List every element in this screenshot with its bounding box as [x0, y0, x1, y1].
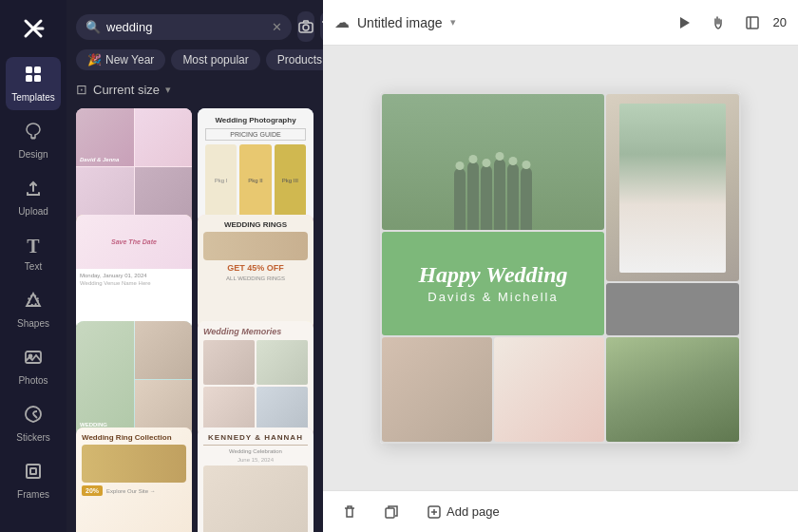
svg-rect-10 [27, 465, 40, 478]
svg-rect-15 [747, 17, 758, 28]
title-chevron-icon[interactable]: ▾ [450, 16, 456, 28]
sidebar-item-label-shapes: Shapes [17, 318, 49, 329]
sidebar-item-label-templates: Templates [11, 92, 55, 103]
chip-new-year-label: New Year [105, 53, 154, 66]
svg-rect-5 [31, 138, 35, 140]
svg-rect-4 [34, 75, 41, 82]
sidebar-item-label-design: Design [18, 149, 48, 160]
view-options-button[interactable] [739, 11, 766, 34]
search-input[interactable] [106, 20, 266, 34]
add-page-button[interactable]: Add page [418, 501, 509, 522]
sidebar-item-shapes[interactable]: Shapes [6, 283, 61, 336]
sidebar-item-templates[interactable]: Templates [6, 57, 61, 110]
templates-icon [24, 65, 43, 88]
document-title: Untitled image [357, 15, 443, 30]
templates-grid: David & Jenna Wedding Photography PRICIN… [66, 104, 323, 532]
sidebar-item-label-text: Text [25, 261, 42, 272]
app-logo [16, 11, 50, 46]
svg-point-13 [303, 25, 309, 30]
hand-tool-button[interactable] [705, 11, 732, 34]
happy-wedding-text: Happy Wedding [418, 262, 567, 288]
chip-most-popular[interactable]: Most popular [171, 49, 259, 70]
svg-marker-6 [27, 294, 40, 306]
template-card-2[interactable]: Wedding Photography PRICING GUIDE Pkg I … [198, 108, 314, 224]
svg-rect-1 [26, 66, 32, 73]
sidebar-item-frames[interactable]: Frames [6, 454, 61, 507]
photos-icon [24, 348, 43, 371]
sidebar-item-label-frames: Frames [17, 489, 49, 500]
chips-bar: 🎉 New Year Most popular Products [66, 49, 323, 78]
editor-bottombar: Add page [323, 490, 798, 532]
sidebar-item-label-photos: Photos [18, 375, 48, 386]
template-card-4[interactable]: WEDDING RINGS GET 45% OFF ALL WEDDING RI… [198, 215, 314, 331]
current-size-label: Current size [93, 83, 160, 97]
current-size-icon: ⊡ [76, 82, 87, 97]
template-card-5[interactable]: WEDDINGCOLLECTION [76, 321, 192, 437]
sidebar-item-text[interactable]: T Text [6, 228, 61, 279]
sidebar-item-upload[interactable]: Upload [6, 171, 61, 224]
move-to-trash-button[interactable] [334, 499, 365, 525]
svg-marker-14 [680, 17, 690, 28]
stickers-icon [24, 405, 43, 428]
shapes-icon [24, 291, 43, 314]
clear-search-icon[interactable]: ✕ [272, 20, 282, 34]
chip-products[interactable]: Products [266, 49, 323, 70]
new-year-emoji: 🎉 [87, 53, 102, 66]
template-card-1[interactable]: David & Jenna [76, 108, 192, 224]
svg-rect-17 [386, 508, 394, 518]
search-area: 🔍 ✕ [66, 0, 323, 49]
camera-search-button[interactable] [297, 11, 314, 42]
sidebar-item-label-stickers: Stickers [16, 432, 50, 443]
text-icon: T [27, 236, 39, 257]
cloud-icon: ☁ [334, 13, 350, 31]
frames-icon [24, 462, 43, 485]
chip-products-label: Products [277, 53, 322, 66]
play-button[interactable] [671, 11, 697, 34]
size-bar[interactable]: ⊡ Current size ▾ [66, 78, 323, 104]
sidebar-item-stickers[interactable]: Stickers [6, 397, 61, 450]
add-page-label: Add page [446, 504, 500, 519]
chip-new-year[interactable]: 🎉 New Year [76, 49, 165, 70]
editor-topbar: ☁ Untitled image ▾ 20 [323, 0, 798, 46]
sidebar-item-design[interactable]: Design [6, 114, 61, 167]
chip-most-popular-label: Most popular [182, 53, 248, 66]
upload-icon [24, 179, 43, 202]
sidebar-item-label-upload: Upload [18, 206, 48, 217]
search-icon: 🔍 [86, 20, 101, 34]
template-card-8[interactable]: KENNEDY & HANNAH Wedding Celebration Jun… [198, 428, 314, 532]
couple-names-text: Davids & Michella [428, 290, 558, 304]
canvas-card: Happy Wedding Davids & Michella [380, 92, 741, 444]
design-icon [24, 122, 43, 145]
search-box[interactable]: 🔍 ✕ [76, 14, 292, 40]
zoom-level: 20 [773, 15, 787, 29]
editor-area: ☁ Untitled image ▾ 20 [323, 0, 798, 532]
duplicate-page-button[interactable] [376, 499, 407, 525]
editor-canvas-wrap[interactable]: Happy Wedding Davids & Michella [323, 46, 798, 490]
size-chevron-icon: ▾ [165, 84, 171, 96]
template-card-6[interactable]: Wedding Memories [198, 321, 314, 437]
sidebar: Templates Design Upload T Text [0, 0, 66, 532]
templates-panel: 🔍 ✕ 🎉 New Year Most popular Products [66, 0, 323, 532]
template-card-3[interactable]: Save The Date Monday, January 01, 2024 W… [76, 215, 192, 331]
sidebar-item-photos[interactable]: Photos [6, 340, 61, 393]
template-card-7[interactable]: Wedding Ring Collection 20% Explore Our … [76, 428, 192, 532]
svg-rect-3 [26, 75, 32, 82]
svg-rect-11 [30, 468, 36, 474]
svg-rect-2 [34, 66, 41, 73]
